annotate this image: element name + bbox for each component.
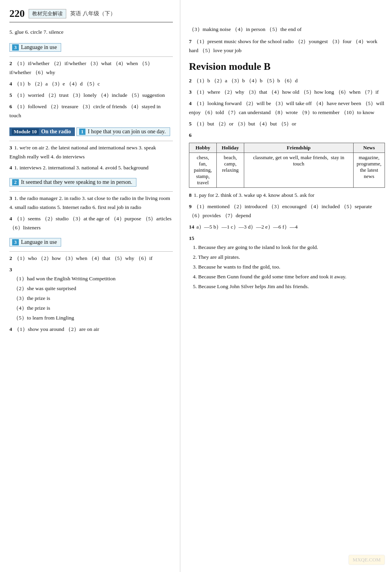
cell-hobby: chess,fan,painting,stamp,travel bbox=[189, 153, 217, 188]
unit3-num2: 3 bbox=[12, 239, 19, 245]
unit2-title: It seemed that they were speaking to me … bbox=[21, 179, 132, 185]
unit3-title: Language in use bbox=[21, 44, 57, 51]
rev-item-8: 8 1. pay for 2. think of 3. wake up 4. k… bbox=[189, 191, 385, 200]
page-header: 220 教材完全解读 英语 八年级（下） bbox=[9, 8, 173, 22]
table-header-row: Hobby Holiday Friendship News bbox=[189, 143, 385, 153]
unit3-badge-left: 3 Language in use bbox=[9, 43, 61, 52]
rev-item-2: 2 （1）b （2）a （3）b （4）b （5）b （6）d bbox=[189, 76, 385, 85]
right-item-7: 7 （1）present music shows for the school … bbox=[189, 37, 385, 55]
col-holiday: Holiday bbox=[217, 143, 244, 153]
cell-holiday: beach,camp,relaxing bbox=[217, 153, 244, 188]
table-row: chess,fan,painting,stamp,travel beach,ca… bbox=[189, 153, 385, 188]
left-item-2: 2 （1）if/whether （2）if/whether （3）what （4… bbox=[9, 59, 173, 77]
rev15-sub4: 4. Because Ben Gunn found the gold some … bbox=[193, 272, 385, 281]
rev-item-9: 9 （1）mentioned （2）introduced （3）encourag… bbox=[189, 202, 385, 220]
cell-news: magazine,programme,the latestnews bbox=[353, 153, 385, 188]
revision-title: Revision module B bbox=[189, 61, 385, 73]
hobby-table: Hobby Holiday Friendship News chess,fan,… bbox=[189, 143, 385, 188]
intro-line-left: 5. glue 6. circle 7. silence bbox=[9, 28, 173, 37]
rev-item-4: 4 （1）looking forward （2）will be （3）will … bbox=[189, 99, 385, 117]
col-hobby: Hobby bbox=[189, 143, 217, 153]
book-badge: 教材完全解读 bbox=[29, 9, 66, 18]
unit3-badge-left2: 3 Language in use bbox=[9, 238, 61, 247]
subitem-1: （1）had won the English Writing Competiti… bbox=[13, 274, 173, 283]
left2-item-2: 2 （1）who （2）how （3）when （4）that （5）why （… bbox=[9, 254, 173, 263]
unit3-title2: Language in use bbox=[21, 239, 57, 245]
unit1-item-3: 3 1. we're on air 2. the latest national… bbox=[9, 143, 173, 162]
subitem-5: （5）to learn from Lingling bbox=[13, 314, 173, 323]
rev-item-15: 15 1. Because they are going to the isla… bbox=[189, 234, 385, 291]
module10-badge: Module 10 On the radio bbox=[9, 127, 75, 136]
col-news: News bbox=[353, 143, 385, 153]
left2-item-3: 3 （1）had won the English Writing Competi… bbox=[9, 265, 173, 323]
module10-num: Module 10 bbox=[12, 129, 39, 135]
page-number: 220 bbox=[9, 8, 25, 20]
left-column: 220 教材完全解读 英语 八年级（下） 5. glue 6. circle 7… bbox=[0, 0, 180, 572]
unit2-badge-left: 2 It seemed that they were speaking to m… bbox=[9, 178, 136, 187]
unit3-num: 3 bbox=[12, 44, 19, 51]
unit2-item-3: 3 1. the radio manager 2. in radio 3. sa… bbox=[9, 194, 173, 212]
left-item-6: 6 （1）followed （2）treasure （3）circle of f… bbox=[9, 102, 173, 120]
unit2-num: 2 bbox=[12, 179, 19, 185]
right-column: （3）making noise （4）in person （5）the end … bbox=[180, 0, 392, 572]
col-friendship: Friendship bbox=[244, 143, 354, 153]
left2-item-4: 4 （1）show you around （2）are on air bbox=[9, 325, 173, 334]
page: 220 教材完全解读 英语 八年级（下） 5. glue 6. circle 7… bbox=[0, 0, 392, 572]
intro-line-right: （3）making noise （4）in person （5）the end … bbox=[189, 25, 385, 34]
rev15-sub2: 2. They are all pirates. bbox=[193, 253, 385, 262]
rev15-sub1: 1. Because they are going to the island … bbox=[193, 243, 385, 252]
hobby-table-container: Hobby Holiday Friendship News chess,fan,… bbox=[189, 143, 385, 188]
subitem-3: （3）the prize is bbox=[13, 294, 173, 303]
left-item-4: 4 （1）b （2）a （3）e （4）d （5）c bbox=[9, 80, 173, 89]
unit1-item-4: 4 1. interviews 2. international 3. nati… bbox=[9, 163, 173, 173]
module10-title: On the radio bbox=[41, 129, 71, 135]
rev-item-6: 6 bbox=[189, 131, 385, 140]
subitem-4: （4）the prize is bbox=[13, 304, 173, 313]
unit1-title: I hope that you can join us one day. bbox=[88, 129, 166, 135]
book-subtitle: 英语 八年级（下） bbox=[70, 10, 116, 17]
watermark: MXQE.COM bbox=[348, 555, 385, 565]
subitem-2: （2）she was quite surprised bbox=[13, 284, 173, 293]
unit2-item-4: 4 （1）seems （2）studio （3）at the age of （4… bbox=[9, 214, 173, 232]
rev-item-5: 5 （1）but （2）or （3）but （4）but （5）or bbox=[189, 120, 385, 129]
unit1-num: 1 bbox=[79, 129, 86, 135]
rev15-sub5: 5. Because Long John Silver helps Jim an… bbox=[193, 282, 385, 291]
unit1-badge-left: 1 I hope that you can join us one day. bbox=[76, 127, 170, 136]
left-item-5: 5 （1）worried （2）trust （3）lonely （4）inclu… bbox=[9, 91, 173, 100]
rev-item-3: 3 （1）where （2）why （3）that （4）how old （5）… bbox=[189, 88, 385, 97]
rev15-sub3: 3. Because he wants to find the gold, to… bbox=[193, 263, 385, 272]
cell-friendship: classmate, get on well, make friends, st… bbox=[244, 153, 354, 188]
rev-item-14: 14 a）—5 b）—1 c）—3 d）—2 e）—6 f）—4 bbox=[189, 223, 385, 232]
